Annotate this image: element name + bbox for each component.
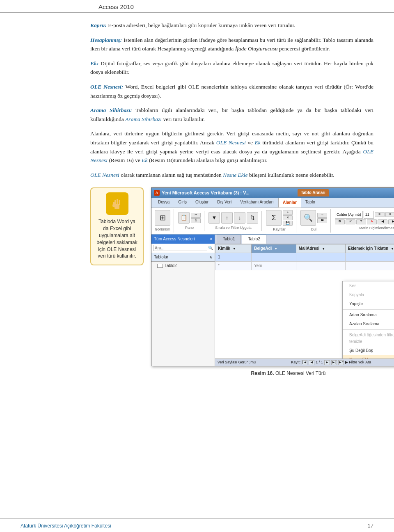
list-icon2[interactable]: ≡ bbox=[385, 212, 394, 217]
nav-search-input[interactable] bbox=[153, 245, 207, 251]
cell-belge[interactable] bbox=[252, 253, 296, 261]
cell-ekle-new[interactable] bbox=[345, 261, 394, 270]
ctx-kes[interactable]: Kes bbox=[343, 281, 394, 290]
nav-new-btn[interactable]: ►* bbox=[338, 360, 344, 365]
artan-icon[interactable]: ↑ bbox=[221, 212, 233, 224]
table-row-new: * Yeni bbox=[215, 261, 394, 270]
nav-last-btn[interactable]: ►| bbox=[331, 360, 337, 365]
nav-prev-btn[interactable]: ◄ bbox=[309, 360, 314, 365]
ctx-nesne-ekle[interactable]: Nesne Ekle... bbox=[343, 355, 394, 359]
ms-nav-search: 🔍 bbox=[151, 244, 215, 253]
ctx-temizle[interactable]: BelgeAdi öğesinden filtreyi temizle bbox=[343, 331, 394, 346]
ribbon-group-metin: Calibri (Ayrıntı) 11 ≡ ≡ B K T A bbox=[334, 211, 394, 231]
nav-label: Kayıt: bbox=[291, 359, 300, 365]
list-icon1[interactable]: ≡ bbox=[375, 212, 385, 217]
search-label: Ara bbox=[365, 359, 371, 365]
kaydet-icon[interactable]: 💾 bbox=[283, 221, 293, 226]
cell-id-new: * bbox=[215, 261, 252, 270]
yapistir-icon[interactable]: 📋 bbox=[178, 212, 190, 224]
gelismis-icon[interactable]: ⇅ bbox=[247, 212, 258, 224]
tab-dis-veri[interactable]: Dış Veri bbox=[213, 198, 236, 208]
align-left-icon[interactable]: ◀ bbox=[378, 219, 387, 224]
access-icon: A bbox=[154, 190, 160, 196]
ctx-azalan[interactable]: Azalan Sıralama bbox=[343, 320, 394, 329]
nav-item-tablo2[interactable]: Tablo2 bbox=[151, 262, 215, 270]
gorunum-icon[interactable]: ⊞ bbox=[155, 210, 170, 226]
image-section: Tabloda Word ya da Excel gibi uygulamala… bbox=[90, 187, 373, 377]
yeni-kayit-icon[interactable]: + bbox=[283, 210, 293, 215]
bold-icon[interactable]: B bbox=[335, 219, 345, 224]
fontcolor-icon[interactable]: A bbox=[367, 219, 377, 224]
ms-nav-section-tablolar[interactable]: Tablolar ∧ bbox=[151, 253, 215, 262]
alanlara-paragraph: Alanlara, veri türlerine uygun bilgileri… bbox=[90, 129, 373, 164]
degistir-icon[interactable]: ⇆ bbox=[317, 218, 327, 223]
arama-paragraph: Arama Sihirbazı: Tabloların ilgili alanl… bbox=[90, 106, 373, 123]
footer-institution: Atatürk Üniversitesi Açıköğretim Fakülte… bbox=[21, 523, 111, 529]
arama-text: Tabloların ilgili alanlarındaki veri, bi… bbox=[90, 107, 373, 122]
tab-tablo[interactable]: Tablo bbox=[301, 198, 320, 208]
sec-icon[interactable]: → bbox=[317, 213, 327, 218]
ctx-kopyala[interactable]: Kopyala bbox=[343, 290, 394, 299]
font-name-dropdown[interactable]: Calibri (Ayrıntı) bbox=[335, 211, 363, 218]
sirala-label: Sırala ve Filtre Uygula bbox=[215, 225, 252, 231]
tab-olustur[interactable]: Oluştur bbox=[191, 198, 213, 208]
ctx-bos[interactable]: Şu Değil Boş bbox=[343, 346, 394, 355]
header-title: Access 2010 bbox=[98, 3, 134, 10]
filtre-icon[interactable]: ▼ bbox=[208, 212, 220, 224]
tumunu-yenile-icon[interactable]: Σ bbox=[266, 210, 282, 226]
italic-icon[interactable]: K bbox=[346, 219, 355, 224]
azalan-icon[interactable]: ↓ bbox=[234, 212, 245, 224]
kopyala-icon[interactable]: ⎘ bbox=[191, 218, 201, 223]
col-header-belgeadi[interactable]: BelgeAdi ▼ bbox=[252, 244, 296, 253]
kopru-paragraph: Köprü: E-posta adresleri, belge bağlantı… bbox=[90, 21, 373, 30]
page-footer: Atatürk Üniversitesi Açıköğretim Fakülte… bbox=[0, 518, 394, 532]
ms-access-window: A Yeni Microsoft Access Veritabanı (3) :… bbox=[151, 187, 394, 366]
nav-first-btn[interactable]: |◄ bbox=[302, 360, 307, 365]
gorunum-btns: ⊞ bbox=[155, 210, 170, 226]
ctx-yapistir[interactable]: Yapıştır bbox=[343, 299, 394, 308]
tablo-araclari-tab: Tablo Araları bbox=[298, 189, 329, 196]
tab-alanlar[interactable]: Alanlar bbox=[278, 198, 301, 208]
cell-belge-new[interactable]: Yeni bbox=[252, 261, 296, 270]
filter-text: ▶ Filtre Yok bbox=[345, 359, 364, 365]
cell-mail-new[interactable] bbox=[296, 261, 345, 270]
col-header-mailadresi[interactable]: MailAdresi ▼ bbox=[296, 244, 345, 253]
ctx-artan[interactable]: Artan Sıralama bbox=[343, 311, 394, 320]
hesaplanmis-text: İstenilen alan değerlerinin girilen ifad… bbox=[90, 37, 373, 52]
table-tab-tablo2[interactable]: Tablo2 bbox=[242, 235, 266, 244]
tab-giris[interactable]: Giriş bbox=[174, 198, 191, 208]
cell-id[interactable]: 1 bbox=[215, 253, 252, 261]
ribbon-group-gorunum: ⊞ Görünüm bbox=[154, 209, 174, 232]
screenshot-caption: Resim 16. OLE Nesnesi Veri Türü bbox=[251, 370, 326, 377]
nav-next-btn[interactable]: ► bbox=[324, 360, 330, 365]
ms-body: Tüm Access Nesneleri « 🔍 Tablolar ∧ bbox=[151, 235, 394, 366]
ms-title-left: A Yeni Microsoft Access Veritabanı (3) :… bbox=[154, 190, 250, 197]
ole-paragraph: OLE Nesnesi: Word, Excel belgeleri gibi … bbox=[90, 82, 373, 100]
cell-ekle[interactable] bbox=[345, 253, 394, 261]
tab-veritabani[interactable]: Veritabanı Araçları bbox=[236, 198, 278, 208]
cell-mail[interactable] bbox=[296, 253, 345, 261]
bul-icon[interactable]: 🔍 bbox=[300, 210, 316, 226]
kes-icon[interactable]: ✂ bbox=[191, 213, 201, 218]
svg-point-5 bbox=[112, 204, 115, 207]
arama-label: Arama Sihirbazı: bbox=[90, 107, 132, 113]
footer-page-number: 17 bbox=[368, 523, 373, 529]
ek-paragraph: Ek: Dijital fotoğraflar, ses veya grafik… bbox=[90, 59, 373, 77]
underline-icon[interactable]: T bbox=[356, 219, 366, 224]
ole-label: OLE Nesnesi: bbox=[90, 84, 123, 90]
table-tab-tablo1[interactable]: Tablo1 bbox=[217, 235, 241, 244]
ms-ribbon-content: ⊞ Görünüm 📋 ✂ ⎘ bbox=[151, 208, 394, 234]
ole-text: Word, Excel belgeleri gibi OLE nesneleri… bbox=[90, 84, 373, 99]
col-header-kimlik[interactable]: Kimlik ▼ bbox=[215, 244, 252, 253]
tab-dosya[interactable]: Dosya bbox=[154, 198, 174, 208]
nav-collapse-icon[interactable]: « bbox=[210, 236, 212, 242]
sirala-btns: ▼ ↑ ↓ ⇅ bbox=[208, 212, 258, 224]
align-center-icon[interactable]: ▶ bbox=[388, 219, 394, 224]
screenshot-area: A Yeni Microsoft Access Veritabanı (3) :… bbox=[151, 187, 394, 377]
kopru-label: Köprü: bbox=[90, 22, 107, 28]
col-header-ekle[interactable]: Eklemek İçin Tıklatın ▼ bbox=[345, 244, 394, 253]
font-size-dropdown[interactable]: 11 bbox=[364, 211, 374, 218]
ms-nav-header: Tüm Access Nesneleri « bbox=[151, 235, 215, 244]
sil-icon[interactable]: ✕ bbox=[283, 215, 293, 220]
table-icon bbox=[157, 264, 163, 268]
